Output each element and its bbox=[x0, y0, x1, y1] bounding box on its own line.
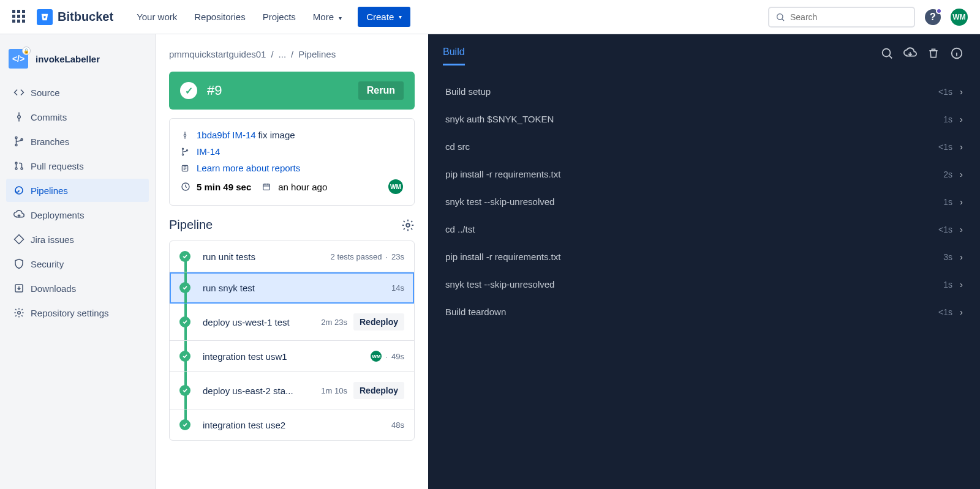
breadcrumb-root[interactable]: pmmquickstartguides01 bbox=[169, 49, 266, 59]
stage-row[interactable]: integration test use2 48s bbox=[170, 409, 414, 440]
chevron-right-icon: › bbox=[960, 224, 963, 234]
success-node-icon bbox=[179, 419, 190, 430]
reports-icon bbox=[181, 164, 193, 173]
svg-point-18 bbox=[883, 48, 891, 56]
sidebar-security[interactable]: Security bbox=[6, 252, 149, 275]
log-line[interactable]: cd src<1s› bbox=[445, 133, 963, 160]
svg-point-5 bbox=[15, 162, 17, 164]
nav-your-work[interactable]: Your work bbox=[128, 7, 186, 27]
sidebar-deployments[interactable]: Deployments bbox=[6, 203, 149, 226]
sidebar-branches[interactable]: Branches bbox=[6, 130, 149, 153]
stage-name: integration test usw1 bbox=[203, 351, 371, 362]
breadcrumb-current[interactable]: Pipelines bbox=[298, 49, 336, 59]
commit-message: fix image bbox=[258, 130, 295, 140]
stage-row[interactable]: run snyk test 14s bbox=[170, 272, 414, 304]
svg-point-17 bbox=[406, 223, 410, 227]
search-input-wrap[interactable] bbox=[768, 7, 915, 28]
sidebar-downloads[interactable]: Downloads bbox=[6, 277, 149, 300]
stage-name: run unit tests bbox=[203, 252, 331, 262]
success-node-icon bbox=[179, 385, 190, 396]
sidebar-settings[interactable]: Repository settings bbox=[6, 301, 149, 324]
nav-more[interactable]: More ▾ bbox=[304, 7, 350, 27]
log-line[interactable]: snyk test --skip-unresolved1s› bbox=[445, 271, 963, 298]
run-status-banner: ✓ #9 Rerun bbox=[169, 72, 415, 110]
log-panel: Build Build setup<1s› snyk auth $SNYK_TO… bbox=[428, 34, 980, 489]
svg-point-1 bbox=[18, 116, 21, 119]
sidebar-commits[interactable]: Commits bbox=[6, 105, 149, 129]
success-check-icon: ✓ bbox=[180, 82, 197, 99]
app-switcher-icon[interactable] bbox=[12, 10, 27, 24]
main-layout: </>🔒 invokeLabeller Source Commits Branc… bbox=[0, 34, 980, 489]
log-line[interactable]: cd ../tst<1s› bbox=[445, 215, 963, 243]
create-button[interactable]: Create ▾ bbox=[358, 7, 410, 27]
success-node-icon bbox=[179, 351, 190, 362]
log-line[interactable]: pip install -r requirements.txt3s› bbox=[445, 243, 963, 271]
chevron-down-icon: ▾ bbox=[399, 13, 402, 20]
search-input[interactable] bbox=[790, 12, 908, 22]
svg-point-3 bbox=[15, 144, 17, 146]
breadcrumb-mid[interactable]: ... bbox=[279, 49, 287, 59]
redeploy-button[interactable]: Redeploy bbox=[353, 313, 404, 330]
nav-repositories[interactable]: Repositories bbox=[186, 7, 254, 27]
calendar-icon bbox=[262, 182, 274, 191]
chevron-down-icon: ▾ bbox=[339, 15, 342, 21]
stage-row[interactable]: run unit tests 2 tests passed·23s bbox=[170, 241, 414, 272]
breadcrumb: pmmquickstartguides01/.../Pipelines bbox=[169, 49, 415, 59]
chevron-right-icon: › bbox=[960, 307, 963, 317]
commit-icon bbox=[181, 131, 193, 140]
notification-dot-icon bbox=[936, 8, 942, 14]
log-line[interactable]: snyk auth $SNYK_TOKEN1s› bbox=[445, 105, 963, 133]
branch-link[interactable]: IM-14 bbox=[197, 146, 220, 157]
chevron-right-icon: › bbox=[960, 86, 963, 97]
sidebar-pull-requests[interactable]: Pull requests bbox=[6, 154, 149, 177]
log-body: Build setup<1s› snyk auth $SNYK_TOKEN1s›… bbox=[428, 65, 980, 338]
commit-row: 1bda9bf IM-14 fix image bbox=[181, 130, 403, 140]
log-line[interactable]: Build teardown<1s› bbox=[445, 298, 963, 326]
nav-projects[interactable]: Projects bbox=[254, 7, 304, 27]
run-title: #9 bbox=[207, 83, 358, 99]
stage-row[interactable]: deploy us-east-2 sta... 1m 10s Redeploy bbox=[170, 372, 414, 409]
log-search-icon[interactable] bbox=[878, 45, 895, 62]
redeploy-button[interactable]: Redeploy bbox=[353, 382, 404, 399]
pipeline-title: Pipeline bbox=[169, 218, 213, 232]
sidebar-source[interactable]: Source bbox=[6, 81, 149, 104]
gear-icon[interactable] bbox=[401, 218, 415, 232]
success-node-icon bbox=[179, 251, 190, 262]
svg-rect-16 bbox=[263, 184, 270, 190]
run-info-card: 1bda9bf IM-14 fix image IM-14 Learn more… bbox=[169, 118, 415, 206]
bitbucket-logo[interactable]: Bitbucket bbox=[37, 9, 113, 25]
download-icon[interactable] bbox=[902, 45, 919, 62]
commit-hash-link[interactable]: 1bda9bf bbox=[197, 130, 230, 140]
stage-row[interactable]: deploy us-west-1 test 2m 23s Redeploy bbox=[170, 304, 414, 341]
rerun-button[interactable]: Rerun bbox=[358, 81, 404, 100]
commit-issue-link[interactable]: IM-14 bbox=[232, 130, 255, 140]
svg-point-7 bbox=[21, 168, 23, 170]
sidebar-jira[interactable]: Jira issues bbox=[6, 228, 149, 251]
user-avatar[interactable]: WM bbox=[951, 9, 968, 26]
success-node-icon bbox=[179, 316, 190, 327]
info-icon[interactable] bbox=[948, 45, 965, 62]
stage-row[interactable]: integration test usw1 WM·49s bbox=[170, 341, 414, 372]
chevron-right-icon: › bbox=[960, 196, 963, 207]
stage-name: deploy us-east-2 sta... bbox=[203, 386, 321, 396]
log-tab-build[interactable]: Build bbox=[443, 40, 465, 65]
sidebar-pipelines[interactable]: Pipelines bbox=[6, 179, 149, 202]
repo-header[interactable]: </>🔒 invokeLabeller bbox=[6, 49, 149, 81]
reports-row: Learn more about reports bbox=[181, 163, 403, 173]
lock-icon: 🔒 bbox=[22, 47, 31, 55]
log-line[interactable]: Build setup<1s› bbox=[445, 78, 963, 105]
top-navigation: Bitbucket Your work Repositories Project… bbox=[0, 0, 980, 34]
run-author-avatar[interactable]: WM bbox=[388, 179, 403, 194]
repo-sidebar: </>🔒 invokeLabeller Source Commits Branc… bbox=[0, 34, 156, 489]
svg-point-2 bbox=[15, 137, 17, 139]
branch-icon bbox=[181, 147, 193, 156]
brand-text: Bitbucket bbox=[58, 10, 113, 24]
trash-icon[interactable] bbox=[925, 45, 942, 62]
reports-link[interactable]: Learn more about reports bbox=[197, 163, 300, 173]
log-line[interactable]: snyk test --skip-unresolved1s› bbox=[445, 188, 963, 215]
pipeline-panel: pmmquickstartguides01/.../Pipelines ✓ #9… bbox=[156, 34, 428, 489]
log-line[interactable]: pip install -r requirements.txt2s› bbox=[445, 160, 963, 188]
repo-logo-icon: </>🔒 bbox=[9, 49, 28, 69]
help-icon[interactable]: ? bbox=[925, 9, 941, 25]
pipeline-header: Pipeline bbox=[169, 218, 415, 232]
